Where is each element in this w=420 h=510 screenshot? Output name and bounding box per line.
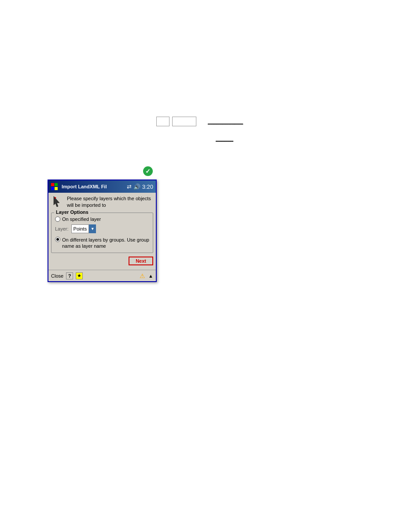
title-bar-icons: ⇄ 🔊 3:20 bbox=[127, 183, 153, 190]
top-area-controls: ____________ bbox=[156, 117, 243, 126]
green-check-icon: ✓ bbox=[143, 166, 153, 176]
radio-specified-layer-label: On specified layer bbox=[62, 216, 101, 222]
layer-options-group: Layer Options On specified layer Layer: … bbox=[51, 213, 153, 253]
layer-dropdown-row: Layer: Points ▼ bbox=[55, 224, 149, 233]
dialog-header: Please specify layers which the objects … bbox=[51, 195, 153, 209]
dialog-title-bar[interactable]: Import LandXML Fil ⇄ 🔊 3:20 bbox=[48, 180, 156, 193]
radio-groups-layer[interactable] bbox=[55, 237, 60, 242]
dialog-body: Please specify layers which the objects … bbox=[48, 193, 156, 270]
underline-link2[interactable]: ______ bbox=[216, 136, 233, 142]
underline-link[interactable]: ____________ bbox=[208, 118, 243, 125]
star-button[interactable]: ★ bbox=[76, 272, 83, 279]
import-landxml-dialog: Import LandXML Fil ⇄ 🔊 3:20 Please speci… bbox=[48, 180, 157, 282]
help-button[interactable]: ? bbox=[66, 272, 73, 279]
network-icon: ⇄ bbox=[127, 183, 132, 190]
next-button-row: Next bbox=[51, 257, 153, 265]
close-label[interactable]: Close bbox=[51, 273, 63, 279]
next-button[interactable]: Next bbox=[129, 257, 153, 265]
speaker-icon: 🔊 bbox=[133, 183, 140, 190]
radio-specified-layer[interactable] bbox=[55, 216, 60, 222]
layer-field-label: Layer: bbox=[55, 226, 69, 231]
radio-row-specified-layer[interactable]: On specified layer bbox=[55, 216, 149, 222]
medium-input-box[interactable] bbox=[172, 117, 196, 126]
layer-dropdown-wrap: Points ▼ bbox=[71, 224, 96, 233]
layer-dropdown[interactable]: Points bbox=[71, 224, 89, 233]
status-right-area: ⚠ ▲ bbox=[138, 272, 153, 280]
layer-dropdown-button[interactable]: ▼ bbox=[89, 224, 96, 233]
scroll-up-arrow[interactable]: ▲ bbox=[148, 273, 153, 279]
dialog-header-text: Please specify layers which the objects … bbox=[67, 195, 153, 209]
radio-groups-layer-label: On different layers by groups. Use group… bbox=[62, 237, 149, 249]
windows-logo-icon bbox=[51, 183, 58, 190]
status-bar: Close ? ★ ⚠ ▲ bbox=[48, 270, 156, 281]
time-display: 3:20 bbox=[142, 183, 153, 190]
dialog-title: Import LandXML Fil bbox=[62, 184, 125, 189]
pencil-icon bbox=[51, 195, 63, 208]
warning-icon: ⚠ bbox=[138, 272, 147, 280]
small-input-box[interactable] bbox=[156, 117, 169, 126]
layer-dropdown-value: Points bbox=[74, 226, 87, 231]
group-box-label: Layer Options bbox=[54, 209, 90, 215]
radio-row-groups[interactable]: On different layers by groups. Use group… bbox=[55, 237, 149, 249]
